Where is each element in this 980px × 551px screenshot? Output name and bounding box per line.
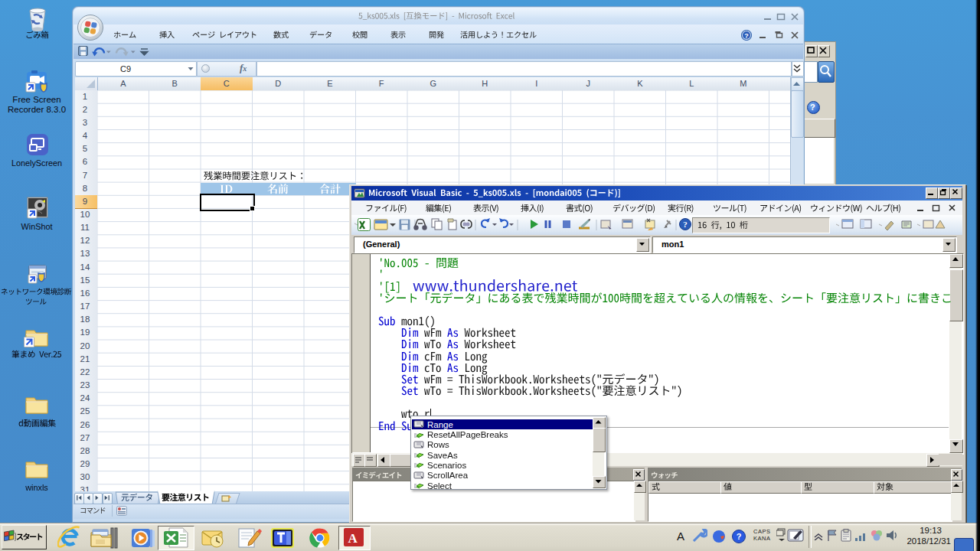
svg-text:A: A — [348, 531, 358, 546]
svg-text:?: ? — [737, 532, 742, 541]
svg-text:?: ? — [744, 32, 749, 40]
svg-text:?: ? — [683, 220, 688, 229]
